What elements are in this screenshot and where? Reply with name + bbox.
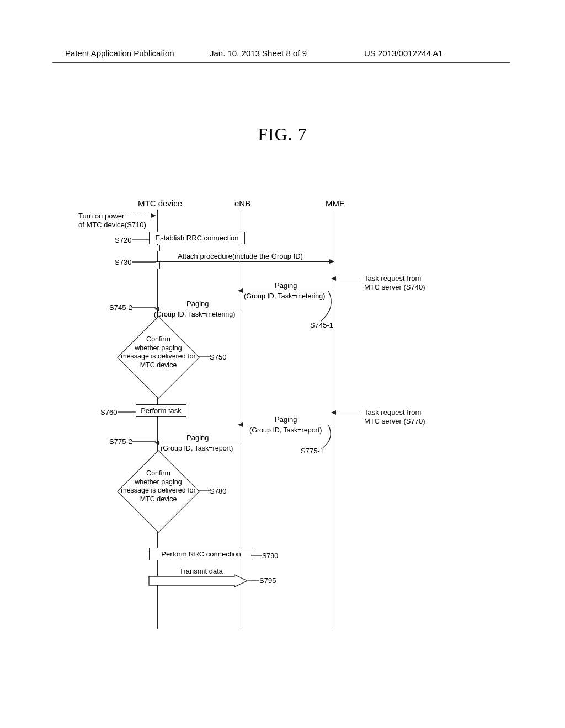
decision-s780-text: Confirmwhether pagingmessage is delivere… [117,469,200,504]
participant-mtc: MTC device [138,199,182,208]
s770-text-a: Task request from [364,408,421,417]
s770-text-b: MTC server (S770) [364,417,425,426]
header-mid: Jan. 10, 2013 Sheet 8 of 9 [210,49,307,58]
activation-bar [156,245,160,251]
s730-arrow [157,261,334,262]
leader-line [251,555,262,556]
activation-bar [156,261,160,269]
leader-line [132,307,156,308]
box-s720: Establish RRC connection [149,232,245,244]
s795-label: S795 [259,576,276,585]
box-s790: Perform RRC connection [149,548,253,560]
sequence-diagram: MTC device eNB MME Turn on power of MTC … [55,193,510,689]
leader-curve [320,291,348,324]
figure-title: FIG. 7 [0,124,565,144]
paging-text-4: Paging [186,433,209,442]
s770-arrow [334,413,361,413]
box-s760: Perform task [136,404,186,417]
leader-line [198,490,210,491]
arrowhead-icon [331,276,336,281]
transmit-arrow-icon [149,575,248,587]
s710-text-a: Turn on power [78,212,124,221]
leader-curve [323,425,339,449]
leader-line [132,441,156,442]
arrowhead-icon [238,422,243,427]
s775-1-label: S775-1 [301,447,324,456]
s745-1-label: S745-1 [310,321,333,330]
s745-2-arrow [157,309,241,309]
header-right: US 2013/0012244 A1 [364,49,443,58]
paging-text-2: Paging [186,299,209,308]
s745-1-param: (Group ID, Task=metering) [244,292,325,301]
s730-label: S730 [115,258,131,267]
s775-1-param: (Group ID, Task=report) [249,426,322,435]
lifeline-mtc [157,210,158,629]
leader-line [248,580,259,581]
leader-line [118,411,136,413]
header-left: Patent Application Publication [65,49,174,58]
activation-bar [239,245,243,251]
s775-1-arrow [241,425,334,425]
participant-enb: eNB [234,199,250,208]
leader-line [198,356,210,357]
s775-2-param: (Group ID, Task=report) [161,445,233,453]
decision-s750-text: Confirmwhether pagingmessage is delivere… [117,335,200,370]
s710-arrow [130,216,154,216]
s775-2-label: S775-2 [109,437,132,446]
lifeline-mme [334,210,334,629]
s720-label: S720 [115,236,131,245]
s760-label: S760 [100,408,117,417]
arrowhead-icon [331,410,336,415]
s775-2-arrow [157,443,241,443]
leader-line [132,261,156,263]
arrowhead-icon [238,288,243,293]
arrowhead-icon [151,213,156,218]
lifeline-enb [241,210,241,629]
s730-text: Attach procedure(include the Group ID) [178,252,303,261]
s780-label: S780 [210,487,226,496]
header-rule [52,62,510,63]
s750-label: S750 [210,353,226,362]
paging-text: Paging [275,281,297,290]
svg-marker-10 [149,575,247,587]
s745-2-param: (Group ID, Task=metering) [154,311,235,319]
s740-text-a: Task request from [364,274,421,283]
s740-text-b: MTC server (S740) [364,283,425,292]
connector [157,531,158,548]
s790-label: S790 [262,552,278,561]
participant-mme: MME [326,199,345,208]
paging-text-3: Paging [275,415,297,424]
s740-arrow [334,279,361,279]
s745-2-label: S745-2 [109,303,132,312]
arrowhead-icon [329,259,334,264]
leader-line [132,239,149,240]
s710-text-b: of MTC device(S710) [78,221,146,229]
